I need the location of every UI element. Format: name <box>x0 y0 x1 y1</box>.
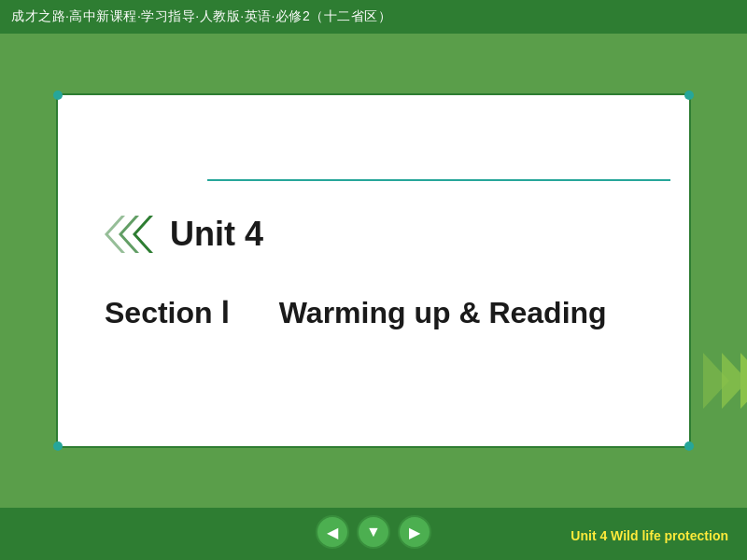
down-icon: ▼ <box>366 524 381 540</box>
prev-button[interactable]: ◀ <box>316 515 349 549</box>
down-button[interactable]: ▼ <box>357 515 390 549</box>
next-icon: ▶ <box>409 524 420 541</box>
section-title: Warming up & Reading <box>279 296 607 329</box>
right-decoration <box>703 353 747 409</box>
next-button[interactable]: ▶ <box>398 515 431 549</box>
section-label: Section Ⅰ <box>105 296 229 329</box>
section-line: Section Ⅰ Warming up & Reading <box>105 295 607 330</box>
corner-dot-br <box>684 441 694 451</box>
corner-dot-tl <box>53 91 63 100</box>
footer-unit-label: Unit 4 Wild life protection <box>571 528 728 543</box>
unit-underline <box>207 179 670 181</box>
header-title: 成才之路·高中新课程·学习指导·人教版·英语·必修2（十二省区） <box>11 8 391 25</box>
corner-dot-bl <box>53 441 63 451</box>
unit-title: Unit 4 <box>105 211 263 258</box>
header-bar: 成才之路·高中新课程·学习指导·人教版·英语·必修2（十二省区） <box>0 0 747 34</box>
content-card: Unit 4 Section Ⅰ Warming up & Reading <box>56 93 691 448</box>
unit-label: Unit 4 <box>170 215 263 254</box>
unit-chevron-icon <box>105 211 161 258</box>
svg-marker-2 <box>133 216 153 253</box>
prev-icon: ◀ <box>327 524 338 541</box>
main-content: Unit 4 Section Ⅰ Warming up & Reading <box>0 34 747 508</box>
chevron-right-2 <box>722 353 747 409</box>
footer-bar: ◀ ▼ ▶ Unit 4 Wild life protection <box>0 508 747 560</box>
corner-dot-tr <box>684 91 694 100</box>
nav-buttons: ◀ ▼ ▶ <box>316 515 431 549</box>
